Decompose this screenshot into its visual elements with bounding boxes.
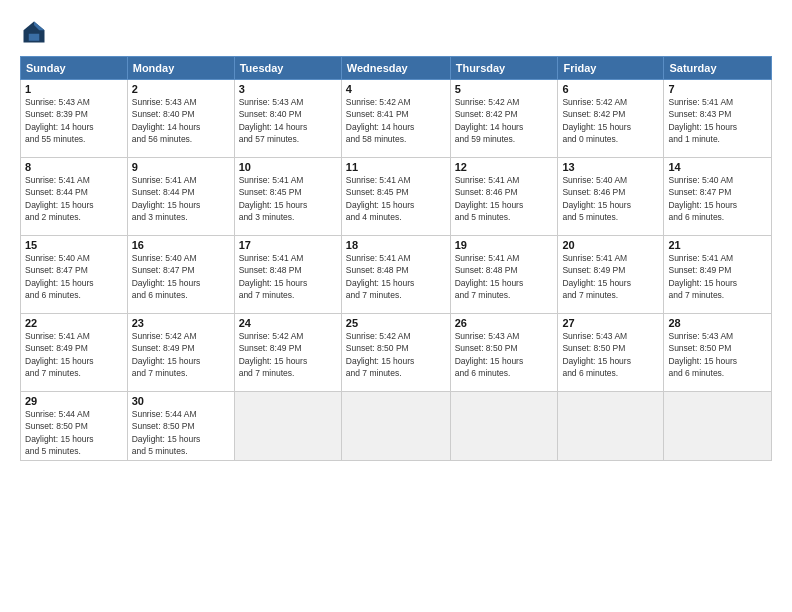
day-info: Sunrise: 5:42 AM Sunset: 8:42 PM Dayligh… bbox=[455, 96, 554, 145]
day-info: Sunrise: 5:44 AM Sunset: 8:50 PM Dayligh… bbox=[25, 408, 123, 457]
day-info: Sunrise: 5:43 AM Sunset: 8:40 PM Dayligh… bbox=[239, 96, 337, 145]
col-header-monday: Monday bbox=[127, 57, 234, 80]
week-row-2: 8Sunrise: 5:41 AM Sunset: 8:44 PM Daylig… bbox=[21, 158, 772, 236]
day-number: 15 bbox=[25, 239, 123, 251]
svg-rect-2 bbox=[29, 34, 40, 41]
col-header-wednesday: Wednesday bbox=[341, 57, 450, 80]
page: SundayMondayTuesdayWednesdayThursdayFrid… bbox=[0, 0, 792, 612]
logo-icon bbox=[20, 18, 48, 46]
day-info: Sunrise: 5:42 AM Sunset: 8:49 PM Dayligh… bbox=[132, 330, 230, 379]
calendar-header-row: SundayMondayTuesdayWednesdayThursdayFrid… bbox=[21, 57, 772, 80]
day-cell: 16Sunrise: 5:40 AM Sunset: 8:47 PM Dayli… bbox=[127, 236, 234, 314]
day-info: Sunrise: 5:41 AM Sunset: 8:44 PM Dayligh… bbox=[25, 174, 123, 223]
day-cell: 6Sunrise: 5:42 AM Sunset: 8:42 PM Daylig… bbox=[558, 80, 664, 158]
day-cell: 5Sunrise: 5:42 AM Sunset: 8:42 PM Daylig… bbox=[450, 80, 558, 158]
day-number: 7 bbox=[668, 83, 767, 95]
day-number: 17 bbox=[239, 239, 337, 251]
day-info: Sunrise: 5:41 AM Sunset: 8:43 PM Dayligh… bbox=[668, 96, 767, 145]
day-cell bbox=[450, 392, 558, 461]
day-number: 25 bbox=[346, 317, 446, 329]
day-info: Sunrise: 5:42 AM Sunset: 8:49 PM Dayligh… bbox=[239, 330, 337, 379]
day-cell bbox=[234, 392, 341, 461]
col-header-tuesday: Tuesday bbox=[234, 57, 341, 80]
day-info: Sunrise: 5:42 AM Sunset: 8:50 PM Dayligh… bbox=[346, 330, 446, 379]
day-info: Sunrise: 5:43 AM Sunset: 8:50 PM Dayligh… bbox=[668, 330, 767, 379]
col-header-friday: Friday bbox=[558, 57, 664, 80]
day-cell: 24Sunrise: 5:42 AM Sunset: 8:49 PM Dayli… bbox=[234, 314, 341, 392]
day-cell: 25Sunrise: 5:42 AM Sunset: 8:50 PM Dayli… bbox=[341, 314, 450, 392]
day-info: Sunrise: 5:42 AM Sunset: 8:42 PM Dayligh… bbox=[562, 96, 659, 145]
day-cell bbox=[341, 392, 450, 461]
day-cell: 7Sunrise: 5:41 AM Sunset: 8:43 PM Daylig… bbox=[664, 80, 772, 158]
day-number: 24 bbox=[239, 317, 337, 329]
day-cell: 27Sunrise: 5:43 AM Sunset: 8:50 PM Dayli… bbox=[558, 314, 664, 392]
day-cell: 20Sunrise: 5:41 AM Sunset: 8:49 PM Dayli… bbox=[558, 236, 664, 314]
day-cell: 12Sunrise: 5:41 AM Sunset: 8:46 PM Dayli… bbox=[450, 158, 558, 236]
day-number: 23 bbox=[132, 317, 230, 329]
day-info: Sunrise: 5:41 AM Sunset: 8:45 PM Dayligh… bbox=[239, 174, 337, 223]
day-number: 16 bbox=[132, 239, 230, 251]
day-number: 6 bbox=[562, 83, 659, 95]
day-cell bbox=[558, 392, 664, 461]
day-number: 11 bbox=[346, 161, 446, 173]
col-header-thursday: Thursday bbox=[450, 57, 558, 80]
day-info: Sunrise: 5:41 AM Sunset: 8:46 PM Dayligh… bbox=[455, 174, 554, 223]
week-row-3: 15Sunrise: 5:40 AM Sunset: 8:47 PM Dayli… bbox=[21, 236, 772, 314]
day-cell: 11Sunrise: 5:41 AM Sunset: 8:45 PM Dayli… bbox=[341, 158, 450, 236]
day-info: Sunrise: 5:43 AM Sunset: 8:39 PM Dayligh… bbox=[25, 96, 123, 145]
day-number: 10 bbox=[239, 161, 337, 173]
day-info: Sunrise: 5:41 AM Sunset: 8:49 PM Dayligh… bbox=[562, 252, 659, 301]
day-number: 29 bbox=[25, 395, 123, 407]
day-cell: 14Sunrise: 5:40 AM Sunset: 8:47 PM Dayli… bbox=[664, 158, 772, 236]
day-cell: 21Sunrise: 5:41 AM Sunset: 8:49 PM Dayli… bbox=[664, 236, 772, 314]
day-info: Sunrise: 5:43 AM Sunset: 8:50 PM Dayligh… bbox=[455, 330, 554, 379]
day-info: Sunrise: 5:40 AM Sunset: 8:47 PM Dayligh… bbox=[668, 174, 767, 223]
day-number: 27 bbox=[562, 317, 659, 329]
day-cell: 1Sunrise: 5:43 AM Sunset: 8:39 PM Daylig… bbox=[21, 80, 128, 158]
day-cell: 28Sunrise: 5:43 AM Sunset: 8:50 PM Dayli… bbox=[664, 314, 772, 392]
calendar-table: SundayMondayTuesdayWednesdayThursdayFrid… bbox=[20, 56, 772, 461]
day-number: 26 bbox=[455, 317, 554, 329]
week-row-5: 29Sunrise: 5:44 AM Sunset: 8:50 PM Dayli… bbox=[21, 392, 772, 461]
day-cell: 10Sunrise: 5:41 AM Sunset: 8:45 PM Dayli… bbox=[234, 158, 341, 236]
day-number: 21 bbox=[668, 239, 767, 251]
day-number: 20 bbox=[562, 239, 659, 251]
day-cell: 2Sunrise: 5:43 AM Sunset: 8:40 PM Daylig… bbox=[127, 80, 234, 158]
day-number: 13 bbox=[562, 161, 659, 173]
day-number: 22 bbox=[25, 317, 123, 329]
day-info: Sunrise: 5:41 AM Sunset: 8:49 PM Dayligh… bbox=[25, 330, 123, 379]
header bbox=[20, 18, 772, 46]
logo bbox=[20, 18, 52, 46]
day-info: Sunrise: 5:40 AM Sunset: 8:46 PM Dayligh… bbox=[562, 174, 659, 223]
day-cell bbox=[664, 392, 772, 461]
day-cell: 18Sunrise: 5:41 AM Sunset: 8:48 PM Dayli… bbox=[341, 236, 450, 314]
day-number: 12 bbox=[455, 161, 554, 173]
day-number: 19 bbox=[455, 239, 554, 251]
day-cell: 4Sunrise: 5:42 AM Sunset: 8:41 PM Daylig… bbox=[341, 80, 450, 158]
day-cell: 13Sunrise: 5:40 AM Sunset: 8:46 PM Dayli… bbox=[558, 158, 664, 236]
day-number: 18 bbox=[346, 239, 446, 251]
day-cell: 19Sunrise: 5:41 AM Sunset: 8:48 PM Dayli… bbox=[450, 236, 558, 314]
day-info: Sunrise: 5:42 AM Sunset: 8:41 PM Dayligh… bbox=[346, 96, 446, 145]
day-info: Sunrise: 5:44 AM Sunset: 8:50 PM Dayligh… bbox=[132, 408, 230, 457]
col-header-saturday: Saturday bbox=[664, 57, 772, 80]
day-number: 30 bbox=[132, 395, 230, 407]
day-number: 8 bbox=[25, 161, 123, 173]
day-cell: 17Sunrise: 5:41 AM Sunset: 8:48 PM Dayli… bbox=[234, 236, 341, 314]
day-info: Sunrise: 5:41 AM Sunset: 8:44 PM Dayligh… bbox=[132, 174, 230, 223]
day-cell: 15Sunrise: 5:40 AM Sunset: 8:47 PM Dayli… bbox=[21, 236, 128, 314]
day-number: 9 bbox=[132, 161, 230, 173]
day-cell: 30Sunrise: 5:44 AM Sunset: 8:50 PM Dayli… bbox=[127, 392, 234, 461]
day-number: 1 bbox=[25, 83, 123, 95]
day-number: 2 bbox=[132, 83, 230, 95]
day-number: 4 bbox=[346, 83, 446, 95]
day-info: Sunrise: 5:43 AM Sunset: 8:50 PM Dayligh… bbox=[562, 330, 659, 379]
day-number: 5 bbox=[455, 83, 554, 95]
day-info: Sunrise: 5:41 AM Sunset: 8:45 PM Dayligh… bbox=[346, 174, 446, 223]
day-info: Sunrise: 5:41 AM Sunset: 8:49 PM Dayligh… bbox=[668, 252, 767, 301]
day-cell: 26Sunrise: 5:43 AM Sunset: 8:50 PM Dayli… bbox=[450, 314, 558, 392]
day-cell: 23Sunrise: 5:42 AM Sunset: 8:49 PM Dayli… bbox=[127, 314, 234, 392]
week-row-1: 1Sunrise: 5:43 AM Sunset: 8:39 PM Daylig… bbox=[21, 80, 772, 158]
day-cell: 29Sunrise: 5:44 AM Sunset: 8:50 PM Dayli… bbox=[21, 392, 128, 461]
col-header-sunday: Sunday bbox=[21, 57, 128, 80]
